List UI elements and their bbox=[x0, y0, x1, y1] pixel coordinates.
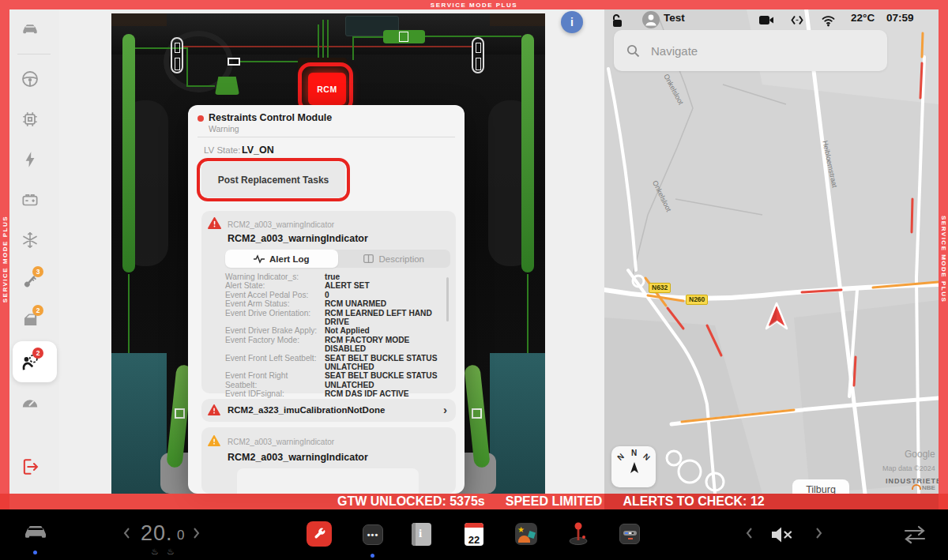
car-status-button[interactable] bbox=[22, 522, 49, 546]
sidebar-item-vehicle[interactable] bbox=[20, 20, 40, 40]
navigation-map[interactable]: Test 22°C 07:59 Onkelsloot Onkelsloot He… bbox=[604, 9, 939, 494]
service-app-icon[interactable] bbox=[307, 521, 332, 547]
alert-title: RCM2_a003_warningIndicator bbox=[228, 233, 368, 244]
avatar[interactable] bbox=[642, 11, 660, 32]
panel-divider bbox=[198, 137, 455, 137]
rcm-module-button[interactable]: RCM bbox=[308, 73, 346, 105]
alert-tabs: Alert Log Description bbox=[225, 250, 450, 268]
car-icon bbox=[22, 522, 49, 543]
map-canvas bbox=[604, 9, 939, 494]
wrench-icon bbox=[310, 525, 328, 543]
sidebar-item-battery[interactable] bbox=[20, 190, 40, 210]
sidebar-item-high-voltage[interactable] bbox=[20, 149, 40, 170]
unlocked-icon bbox=[611, 13, 624, 28]
dash-dark bbox=[632, 532, 634, 534]
left-rear-sensor bbox=[175, 408, 185, 419]
alerts-to-check-status: ALERTS TO CHECK: 12 bbox=[623, 494, 764, 509]
alert-card-3[interactable]: RCM2_a003_warningIndicator RCM2_a003_war… bbox=[201, 427, 456, 494]
tab-alert-log[interactable]: Alert Log bbox=[225, 250, 338, 268]
temp-down-button[interactable] bbox=[123, 527, 130, 543]
calendar-day: 22 bbox=[468, 534, 480, 546]
alert-title: RCM2_a003_warningIndicator bbox=[228, 452, 368, 463]
right-pillar-component bbox=[472, 37, 484, 73]
route-badge-n632: N632 bbox=[649, 283, 671, 293]
compass-needle bbox=[629, 462, 640, 475]
sidebar-item-closures[interactable]: 2 bbox=[20, 310, 40, 330]
battery-icon bbox=[20, 190, 40, 210]
gtw-unlocked-status: GTW UNLOCKED: 5375s bbox=[337, 494, 485, 509]
seat-heater-right-icon[interactable]: ♨ bbox=[167, 547, 175, 557]
tools-badge: 3 bbox=[32, 266, 43, 277]
sidebar-divider bbox=[17, 54, 51, 54]
compass-widget[interactable]: N N N bbox=[611, 446, 656, 487]
left-pillar-component bbox=[171, 37, 183, 73]
snowflake-icon bbox=[20, 230, 40, 250]
right-sill-harness bbox=[521, 34, 534, 272]
gauge-icon bbox=[20, 393, 40, 413]
volume-muted-button[interactable] bbox=[772, 526, 794, 547]
sidebar-item-restraints[interactable]: 2 bbox=[20, 352, 40, 373]
service-mode-left-strip: SERVICE MODE PLUS bbox=[0, 9, 9, 509]
alert-code: RCM2_a003_warningIndicator bbox=[228, 220, 334, 229]
map-copyright: Map data ©2024 bbox=[882, 464, 935, 472]
sidebar-item-dashboard[interactable] bbox=[20, 393, 40, 413]
profile-name[interactable]: Test bbox=[664, 12, 685, 24]
waveform-icon bbox=[254, 254, 265, 264]
notification-dot bbox=[33, 551, 37, 554]
vehicle-location-arrow bbox=[764, 302, 789, 335]
camera-icon[interactable] bbox=[759, 14, 774, 26]
screen: 3 2 2 bbox=[0, 0, 948, 560]
right-rear-sensor bbox=[472, 408, 482, 419]
status-banner: GTW UNLOCKED: 5375s SPEED LIMITED ALERTS… bbox=[0, 494, 948, 509]
toybox-app-icon[interactable]: ★ bbox=[515, 523, 537, 545]
restraints-panel: Restraints Control Module Warning LV Sta… bbox=[188, 105, 465, 494]
alert-card-2[interactable]: RCM2_a323_imuCalibrationNotDone › bbox=[201, 399, 456, 422]
steering-sensor bbox=[228, 58, 240, 66]
navigate-search-box[interactable] bbox=[614, 30, 887, 71]
service-sidebar: 3 2 2 bbox=[9, 9, 59, 509]
sidebar-item-tools[interactable]: 3 bbox=[20, 271, 40, 291]
swap-arrows-icon bbox=[903, 525, 927, 544]
seat-heater-left-icon[interactable]: ♨ bbox=[151, 547, 159, 557]
sidebar-item-exit-service[interactable] bbox=[20, 457, 40, 477]
book-icon bbox=[363, 254, 374, 263]
clock: 07:59 bbox=[886, 12, 914, 24]
cabin-temperature[interactable]: 20. bbox=[141, 521, 173, 546]
outside-temperature: 22°C bbox=[851, 12, 875, 24]
city-label: Tilburg bbox=[792, 479, 849, 494]
info-button[interactable]: i bbox=[561, 11, 583, 33]
dashcam-app-icon[interactable] bbox=[619, 524, 640, 544]
tab-description[interactable]: Description bbox=[338, 250, 451, 268]
sidebar-item-modules[interactable] bbox=[20, 109, 40, 130]
arcade-app-icon[interactable] bbox=[567, 521, 589, 545]
manual-i: i bbox=[419, 527, 422, 540]
sidebar-item-hvac[interactable] bbox=[20, 230, 40, 250]
service-mode-right-strip: SERVICE MODE PLUS bbox=[939, 9, 948, 509]
swap-panels-button[interactable] bbox=[903, 525, 927, 547]
joystick-icon bbox=[567, 521, 589, 545]
spiral-edge bbox=[412, 523, 416, 546]
resize-arrows-icon[interactable] bbox=[791, 14, 803, 26]
next-track-button[interactable] bbox=[815, 527, 822, 543]
alert-card-1: RCM2_a003_warningIndicator RCM2_a003_war… bbox=[201, 211, 456, 393]
dash-white bbox=[629, 532, 631, 534]
search-input[interactable] bbox=[649, 43, 875, 58]
calendar-app-icon[interactable]: 22 bbox=[465, 523, 483, 546]
post-replacement-tasks-button[interactable]: Post Replacement Tasks bbox=[201, 162, 345, 197]
search-icon bbox=[626, 44, 640, 58]
temp-up-button[interactable] bbox=[193, 527, 200, 543]
manual-app-icon[interactable]: i bbox=[412, 523, 431, 546]
cabin-temperature-decimal: 0 bbox=[177, 528, 184, 543]
restraints-badge: 2 bbox=[32, 348, 43, 359]
map-watermark: Google bbox=[905, 449, 935, 460]
alert-title: RCM2_a323_imuCalibrationNotDone bbox=[228, 405, 385, 415]
app-drawer-button[interactable]: ••• bbox=[363, 524, 383, 545]
prev-track-button[interactable] bbox=[746, 527, 753, 543]
mute-icon bbox=[772, 526, 794, 543]
closures-badge: 2 bbox=[32, 305, 43, 316]
chevron-right-icon: › bbox=[443, 403, 447, 416]
sidebar-item-steering[interactable] bbox=[20, 69, 40, 89]
alert-code: RCM2_a003_warningIndicator bbox=[228, 438, 334, 446]
scrollbar[interactable] bbox=[446, 277, 449, 321]
alert-log-table: Warning Indicator_s:true Alert State:ALE… bbox=[225, 272, 446, 408]
